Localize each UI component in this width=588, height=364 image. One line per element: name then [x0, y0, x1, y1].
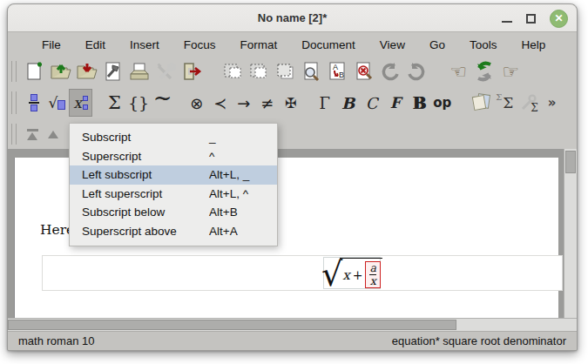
- fraction-cursor-box[interactable]: a x: [365, 261, 380, 288]
- fraction-numerator: a: [369, 263, 375, 273]
- texmacs-window: No name [2]* ✕ File Edit Insert Focus Fo…: [7, 3, 578, 351]
- menu-item-superscript[interactable]: Superscript ^: [70, 147, 277, 166]
- bold-b-icon: B: [341, 94, 355, 112]
- calligraphic-letters-button[interactable]: C: [360, 89, 383, 117]
- scripts-button[interactable]: x: [69, 89, 92, 117]
- new-document-button[interactable]: [22, 58, 48, 84]
- toolbar-overflow-button[interactable]: »: [540, 89, 564, 117]
- equation-block[interactable]: √ x + a x: [42, 255, 563, 291]
- undo-icon: [379, 61, 402, 82]
- arrow-button[interactable]: →: [232, 89, 255, 117]
- triangle-up-icon: [48, 131, 58, 138]
- miscellaneous-symbols-button[interactable]: ✠: [279, 89, 302, 117]
- paste-region-button[interactable]: [247, 58, 273, 84]
- maltese-cross-icon: ✠: [285, 95, 296, 111]
- status-bar: math roman 10 equation* square root deno…: [8, 331, 577, 350]
- brackets-button[interactable]: {}: [126, 89, 151, 117]
- close-button[interactable]: ✕: [550, 10, 568, 28]
- menu-item-subscript[interactable]: Subscript _: [70, 128, 277, 147]
- gamma-icon: Γ: [319, 94, 330, 112]
- search-button[interactable]: [299, 58, 325, 84]
- square-root-icon: √: [49, 94, 66, 111]
- greek-letters-button[interactable]: Γ: [313, 89, 336, 117]
- not-equal-icon: ≠: [260, 94, 274, 112]
- replace-icon: A B: [328, 61, 348, 82]
- menu-view[interactable]: View: [368, 35, 417, 55]
- square-root-focus-box[interactable]: √ x + a x: [323, 257, 381, 289]
- menu-document[interactable]: Document: [289, 35, 368, 55]
- horizontal-scrollbar[interactable]: [8, 318, 577, 331]
- big-operator-button[interactable]: Σ: [103, 89, 126, 117]
- menu-bar: File Edit Insert Focus Format Document V…: [8, 32, 577, 57]
- open-document-button[interactable]: [48, 58, 74, 84]
- forward-button[interactable]: ☞: [497, 58, 524, 84]
- negation-button[interactable]: ≠: [255, 89, 279, 117]
- reload-button[interactable]: [471, 58, 497, 84]
- title-bar[interactable]: No name [2]* ✕: [8, 4, 577, 32]
- sigma-icon: Σ: [108, 92, 121, 113]
- right-arrow-icon: →: [237, 94, 250, 112]
- toolbar-grip[interactable]: [11, 91, 17, 115]
- menu-help[interactable]: Help: [509, 35, 558, 55]
- toggle-sigma-button[interactable]: ΣΣ: [493, 89, 517, 117]
- vertical-scrollbar-handle[interactable]: [565, 151, 576, 173]
- relation-button[interactable]: ≺: [208, 89, 232, 117]
- menu-tools[interactable]: Tools: [457, 35, 510, 55]
- menu-item-left-superscript[interactable]: Left superscript Alt+L, ^: [70, 185, 277, 204]
- menu-format[interactable]: Format: [228, 35, 290, 55]
- blackboard-letters-button[interactable]: B: [407, 89, 430, 117]
- square-root-button[interactable]: √: [45, 89, 69, 117]
- menu-go[interactable]: Go: [417, 35, 457, 55]
- menu-insert[interactable]: Insert: [118, 35, 172, 55]
- print-button[interactable]: [126, 58, 152, 84]
- top-bar-icon: [27, 129, 38, 131]
- cut-icon: [274, 61, 297, 82]
- vertical-scrollbar[interactable]: [564, 149, 577, 318]
- copy-region-button[interactable]: [220, 58, 247, 84]
- horizontal-scrollbar-handle[interactable]: [8, 320, 456, 330]
- save-document-button[interactable]: [74, 58, 100, 84]
- symbol-collections-button[interactable]: [470, 89, 493, 117]
- calligraphic-c-icon: C: [366, 94, 378, 112]
- preferences-button[interactable]: [152, 58, 179, 84]
- minimize-button[interactable]: [502, 21, 512, 23]
- chevron-overflow-icon: »: [548, 95, 557, 111]
- export-document-button[interactable]: [179, 58, 205, 84]
- menu-edit[interactable]: Edit: [73, 35, 118, 55]
- move-up-button[interactable]: [43, 123, 64, 145]
- undo-button[interactable]: [377, 58, 403, 84]
- menu-item-left-subscript[interactable]: Left subscript Alt+L, _: [70, 165, 277, 185]
- redo-button[interactable]: [403, 58, 429, 84]
- menu-item-subscript-below[interactable]: Subscript below Alt+B: [70, 203, 277, 222]
- spell-check-icon: [354, 61, 375, 82]
- tilde-icon: ~: [153, 93, 172, 102]
- back-button[interactable]: ☜: [445, 58, 471, 84]
- menu-focus[interactable]: Focus: [172, 35, 228, 55]
- fraction-button[interactable]: [22, 89, 45, 117]
- hand-pointing-right-icon: ☞: [502, 61, 519, 83]
- export-icon: [180, 61, 203, 82]
- spell-check-button[interactable]: [351, 58, 377, 84]
- prec-icon: ≺: [213, 94, 226, 112]
- svg-text:A: A: [333, 63, 338, 71]
- menu-item-superscript-above[interactable]: Superscript above Alt+A: [70, 222, 277, 241]
- toolbar-grip[interactable]: [11, 61, 17, 82]
- operator-button[interactable]: op: [430, 89, 454, 117]
- wrench-sigma-icon: Σ: [519, 93, 538, 112]
- menu-file[interactable]: File: [30, 35, 73, 55]
- tools-icon: [155, 61, 176, 82]
- wide-accent-button[interactable]: ~: [151, 89, 174, 117]
- cut-region-button[interactable]: [273, 58, 299, 84]
- fraktur-f-icon: F: [390, 94, 401, 111]
- window-controls: ✕: [502, 4, 568, 32]
- scripts-dropdown-menu: Subscript _ Superscript ^ Left subscript…: [69, 123, 278, 246]
- toolbar-grip[interactable]: [11, 124, 17, 145]
- bold-letters-button[interactable]: B: [336, 89, 360, 117]
- binary-operation-button[interactable]: ⊗: [185, 89, 208, 117]
- jump-to-top-button[interactable]: [22, 123, 43, 145]
- fraktur-letters-button[interactable]: F: [383, 89, 407, 117]
- replace-button[interactable]: A B: [325, 58, 351, 84]
- structured-edit-button[interactable]: [100, 58, 126, 84]
- maximize-button[interactable]: [526, 14, 536, 24]
- math-preferences-button[interactable]: Σ: [517, 89, 540, 117]
